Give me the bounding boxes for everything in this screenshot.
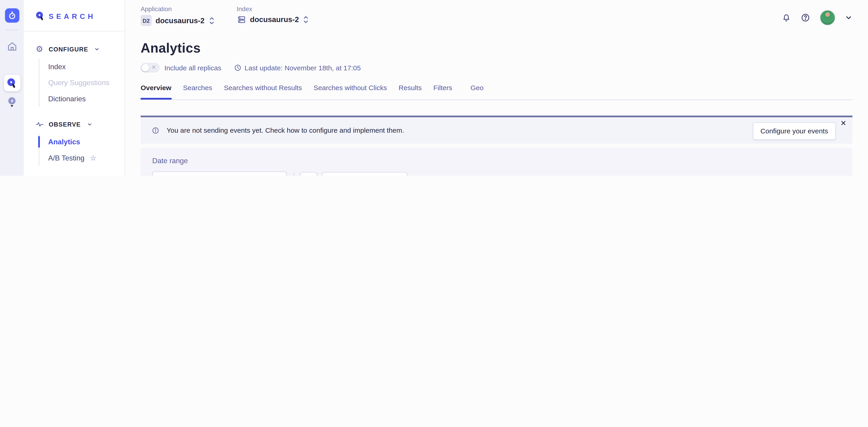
- sidebar-item-index[interactable]: Index: [39, 59, 125, 75]
- sidebar-header-configure[interactable]: ⚙ CONFIGURE: [24, 45, 124, 53]
- last-update: Last update: November 18th, at 17:05: [234, 64, 361, 72]
- sidebar-item-analytics[interactable]: Analytics: [39, 134, 125, 150]
- include-replicas-label: Include all replicas: [164, 64, 221, 72]
- clock-icon: [234, 64, 241, 71]
- updown-chevrons-icon: [209, 17, 215, 25]
- search-product-icon[interactable]: [4, 75, 20, 91]
- logo-text: SEARCH: [49, 12, 96, 20]
- sidebar-item-query-suggestions[interactable]: Query Suggestions: [39, 75, 125, 91]
- tab-overview[interactable]: Overview: [141, 84, 171, 99]
- application-label: Application: [141, 5, 214, 12]
- index-label: Index: [237, 5, 309, 12]
- date-range-picker[interactable]: Nov 11th, 2021 | Nov 17th, 2021: [152, 171, 287, 176]
- sidebar-header-label: CONFIGURE: [49, 45, 88, 52]
- rail-divider: [6, 30, 18, 30]
- star-icon: ☆: [90, 154, 96, 162]
- index-selector: Index docusaurus-2: [237, 5, 309, 24]
- sidebar-section-configure: ⚙ CONFIGURE Index Query Suggestions Dict…: [24, 45, 124, 107]
- notifications-bell-icon[interactable]: [782, 13, 791, 22]
- user-avatar[interactable]: [820, 10, 835, 26]
- events-banner: You are not sending events yet. Check ho…: [141, 116, 852, 144]
- filter-button[interactable]: [300, 172, 317, 176]
- index-server-icon: [237, 15, 246, 24]
- top-right-icons: [782, 5, 852, 25]
- sidebar: SEARCH ⚙ CONFIGURE Index Query Suggestio…: [24, 0, 125, 176]
- sidebar-item-dictionaries[interactable]: Dictionaries: [39, 91, 125, 106]
- sidebar-item-ab-testing[interactable]: A/B Testing ☆: [39, 150, 125, 166]
- user-menu-chevron-icon[interactable]: [845, 14, 852, 22]
- app-window: ⚙ SEARCH ⚙ CONFIGURE Index Query Sugges: [0, 0, 868, 176]
- tab-searches-without-results[interactable]: Searches without Results: [224, 84, 302, 99]
- sidebar-header-label: OBSERVE: [49, 121, 81, 128]
- tab-searches[interactable]: Searches: [183, 84, 212, 99]
- analytics-tabs: Overview Searches Searches without Resul…: [141, 84, 852, 100]
- tab-geo[interactable]: Geo: [470, 84, 484, 99]
- chevron-down-icon: [87, 121, 92, 127]
- sidebar-header-observe[interactable]: OBSERVE: [24, 120, 124, 128]
- updown-chevrons-icon: [303, 15, 309, 24]
- tab-searches-without-clicks[interactable]: Searches without Clicks: [313, 84, 387, 99]
- include-replicas-toggle[interactable]: ✕: [141, 63, 159, 72]
- magnifier-logo-icon: [35, 11, 45, 21]
- date-range-label: Date range: [152, 157, 841, 165]
- sidebar-section-observe: OBSERVE Analytics A/B Testing ☆: [24, 120, 124, 166]
- controls-divider: [294, 172, 294, 176]
- application-badge: D2: [141, 15, 152, 26]
- help-icon[interactable]: [800, 13, 810, 23]
- replica-toggle-row: ✕ Include all replicas Last update: Nove…: [141, 63, 852, 72]
- page-title: Analytics: [141, 40, 852, 56]
- date-range-panel: Date range Nov 11th, 2021 | Nov 17th, 20…: [141, 148, 852, 176]
- stopwatch-icon: [7, 11, 17, 20]
- top-bar: Application D2 docusaurus-2 Index docu: [141, 0, 852, 26]
- timer-app-icon[interactable]: [5, 8, 19, 23]
- search-logo[interactable]: SEARCH: [24, 0, 124, 31]
- sidebar-divider: [24, 31, 124, 31]
- tab-results[interactable]: Results: [399, 84, 422, 99]
- app-rail: ⚙: [0, 0, 24, 176]
- configure-events-button[interactable]: Configure your events: [753, 122, 836, 140]
- pulse-icon: [35, 120, 44, 128]
- application-select[interactable]: D2 docusaurus-2: [141, 15, 214, 26]
- application-selector: Application D2 docusaurus-2: [141, 5, 214, 26]
- info-icon: [152, 127, 159, 134]
- gear-icon: ⚙: [35, 45, 44, 53]
- tab-filters[interactable]: Filters: [433, 84, 452, 99]
- main-content: Application D2 docusaurus-2 Index docu: [125, 0, 868, 176]
- toggle-off-x-icon: ✕: [152, 64, 156, 70]
- index-select[interactable]: docusaurus-2: [237, 15, 309, 24]
- comparison-mode-button[interactable]: Comparison mode: [322, 172, 408, 176]
- close-icon[interactable]: ✕: [840, 119, 846, 127]
- recommend-bulb-icon[interactable]: [4, 94, 20, 110]
- banner-message: You are not sending events yet. Check ho…: [166, 127, 404, 134]
- home-icon[interactable]: [4, 38, 20, 55]
- chevron-down-icon: [94, 46, 100, 52]
